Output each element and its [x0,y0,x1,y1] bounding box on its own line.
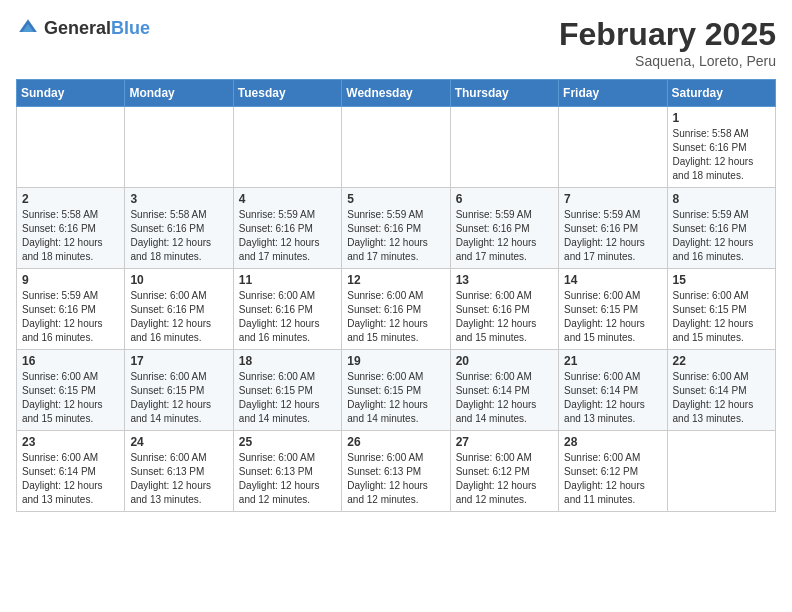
day-number: 10 [130,273,227,287]
day-number: 23 [22,435,119,449]
calendar-cell: 14Sunrise: 6:00 AMSunset: 6:15 PMDayligh… [559,269,667,350]
day-number: 18 [239,354,336,368]
day-number: 6 [456,192,553,206]
day-info: Sunrise: 5:59 AMSunset: 6:16 PMDaylight:… [564,208,661,264]
day-number: 8 [673,192,770,206]
calendar-cell [17,107,125,188]
calendar-cell: 10Sunrise: 6:00 AMSunset: 6:16 PMDayligh… [125,269,233,350]
day-number: 16 [22,354,119,368]
calendar-cell: 9Sunrise: 5:59 AMSunset: 6:16 PMDaylight… [17,269,125,350]
day-info: Sunrise: 6:00 AMSunset: 6:12 PMDaylight:… [456,451,553,507]
day-info: Sunrise: 6:00 AMSunset: 6:13 PMDaylight:… [347,451,444,507]
day-number: 7 [564,192,661,206]
day-info: Sunrise: 6:00 AMSunset: 6:14 PMDaylight:… [22,451,119,507]
day-info: Sunrise: 6:00 AMSunset: 6:15 PMDaylight:… [347,370,444,426]
day-info: Sunrise: 5:58 AMSunset: 6:16 PMDaylight:… [130,208,227,264]
day-info: Sunrise: 6:00 AMSunset: 6:15 PMDaylight:… [564,289,661,345]
calendar-cell: 13Sunrise: 6:00 AMSunset: 6:16 PMDayligh… [450,269,558,350]
calendar-cell: 16Sunrise: 6:00 AMSunset: 6:15 PMDayligh… [17,350,125,431]
logo-general: General [44,18,111,38]
day-number: 14 [564,273,661,287]
day-info: Sunrise: 6:00 AMSunset: 6:14 PMDaylight:… [673,370,770,426]
calendar-cell: 4Sunrise: 5:59 AMSunset: 6:16 PMDaylight… [233,188,341,269]
day-info: Sunrise: 5:58 AMSunset: 6:16 PMDaylight:… [673,127,770,183]
weekday-header-tuesday: Tuesday [233,80,341,107]
month-year-title: February 2025 [559,16,776,53]
day-number: 4 [239,192,336,206]
day-info: Sunrise: 5:59 AMSunset: 6:16 PMDaylight:… [239,208,336,264]
calendar-cell: 19Sunrise: 6:00 AMSunset: 6:15 PMDayligh… [342,350,450,431]
day-info: Sunrise: 6:00 AMSunset: 6:16 PMDaylight:… [347,289,444,345]
day-number: 20 [456,354,553,368]
day-info: Sunrise: 6:00 AMSunset: 6:13 PMDaylight:… [239,451,336,507]
calendar-week-5: 23Sunrise: 6:00 AMSunset: 6:14 PMDayligh… [17,431,776,512]
calendar-cell [342,107,450,188]
calendar-cell: 18Sunrise: 6:00 AMSunset: 6:15 PMDayligh… [233,350,341,431]
day-number: 2 [22,192,119,206]
calendar-cell: 15Sunrise: 6:00 AMSunset: 6:15 PMDayligh… [667,269,775,350]
day-info: Sunrise: 6:00 AMSunset: 6:16 PMDaylight:… [130,289,227,345]
day-info: Sunrise: 5:59 AMSunset: 6:16 PMDaylight:… [673,208,770,264]
logo-blue: Blue [111,18,150,38]
day-number: 12 [347,273,444,287]
calendar-cell: 11Sunrise: 6:00 AMSunset: 6:16 PMDayligh… [233,269,341,350]
day-info: Sunrise: 6:00 AMSunset: 6:16 PMDaylight:… [456,289,553,345]
day-number: 11 [239,273,336,287]
calendar-week-2: 2Sunrise: 5:58 AMSunset: 6:16 PMDaylight… [17,188,776,269]
calendar-cell [450,107,558,188]
calendar-cell [125,107,233,188]
calendar-table: SundayMondayTuesdayWednesdayThursdayFrid… [16,79,776,512]
title-block: February 2025 Saquena, Loreto, Peru [559,16,776,69]
calendar-cell: 7Sunrise: 5:59 AMSunset: 6:16 PMDaylight… [559,188,667,269]
day-number: 13 [456,273,553,287]
calendar-cell: 23Sunrise: 6:00 AMSunset: 6:14 PMDayligh… [17,431,125,512]
calendar-cell: 2Sunrise: 5:58 AMSunset: 6:16 PMDaylight… [17,188,125,269]
day-info: Sunrise: 6:00 AMSunset: 6:12 PMDaylight:… [564,451,661,507]
calendar-cell: 3Sunrise: 5:58 AMSunset: 6:16 PMDaylight… [125,188,233,269]
day-info: Sunrise: 6:00 AMSunset: 6:15 PMDaylight:… [673,289,770,345]
day-number: 22 [673,354,770,368]
weekday-header-monday: Monday [125,80,233,107]
day-number: 5 [347,192,444,206]
calendar-week-1: 1Sunrise: 5:58 AMSunset: 6:16 PMDaylight… [17,107,776,188]
day-info: Sunrise: 6:00 AMSunset: 6:15 PMDaylight:… [239,370,336,426]
calendar-cell: 26Sunrise: 6:00 AMSunset: 6:13 PMDayligh… [342,431,450,512]
day-info: Sunrise: 6:00 AMSunset: 6:15 PMDaylight:… [22,370,119,426]
calendar-cell: 8Sunrise: 5:59 AMSunset: 6:16 PMDaylight… [667,188,775,269]
day-number: 1 [673,111,770,125]
calendar-cell: 24Sunrise: 6:00 AMSunset: 6:13 PMDayligh… [125,431,233,512]
logo-text: GeneralBlue [44,18,150,39]
day-number: 21 [564,354,661,368]
day-info: Sunrise: 5:58 AMSunset: 6:16 PMDaylight:… [22,208,119,264]
calendar-header-row: SundayMondayTuesdayWednesdayThursdayFrid… [17,80,776,107]
day-number: 19 [347,354,444,368]
day-number: 17 [130,354,227,368]
page-header: GeneralBlue February 2025 Saquena, Loret… [16,16,776,69]
weekday-header-saturday: Saturday [667,80,775,107]
calendar-cell: 21Sunrise: 6:00 AMSunset: 6:14 PMDayligh… [559,350,667,431]
calendar-body: 1Sunrise: 5:58 AMSunset: 6:16 PMDaylight… [17,107,776,512]
calendar-week-3: 9Sunrise: 5:59 AMSunset: 6:16 PMDaylight… [17,269,776,350]
calendar-cell: 28Sunrise: 6:00 AMSunset: 6:12 PMDayligh… [559,431,667,512]
calendar-cell: 12Sunrise: 6:00 AMSunset: 6:16 PMDayligh… [342,269,450,350]
weekday-header-thursday: Thursday [450,80,558,107]
weekday-header-friday: Friday [559,80,667,107]
calendar-cell: 25Sunrise: 6:00 AMSunset: 6:13 PMDayligh… [233,431,341,512]
day-number: 9 [22,273,119,287]
day-info: Sunrise: 5:59 AMSunset: 6:16 PMDaylight:… [347,208,444,264]
day-info: Sunrise: 6:00 AMSunset: 6:16 PMDaylight:… [239,289,336,345]
day-number: 24 [130,435,227,449]
calendar-week-4: 16Sunrise: 6:00 AMSunset: 6:15 PMDayligh… [17,350,776,431]
day-number: 15 [673,273,770,287]
weekday-header-sunday: Sunday [17,80,125,107]
day-number: 28 [564,435,661,449]
weekday-header-wednesday: Wednesday [342,80,450,107]
day-info: Sunrise: 5:59 AMSunset: 6:16 PMDaylight:… [22,289,119,345]
day-info: Sunrise: 6:00 AMSunset: 6:14 PMDaylight:… [564,370,661,426]
logo-icon [16,16,40,40]
calendar-cell: 17Sunrise: 6:00 AMSunset: 6:15 PMDayligh… [125,350,233,431]
calendar-cell [233,107,341,188]
day-info: Sunrise: 6:00 AMSunset: 6:15 PMDaylight:… [130,370,227,426]
day-number: 27 [456,435,553,449]
day-info: Sunrise: 6:00 AMSunset: 6:14 PMDaylight:… [456,370,553,426]
